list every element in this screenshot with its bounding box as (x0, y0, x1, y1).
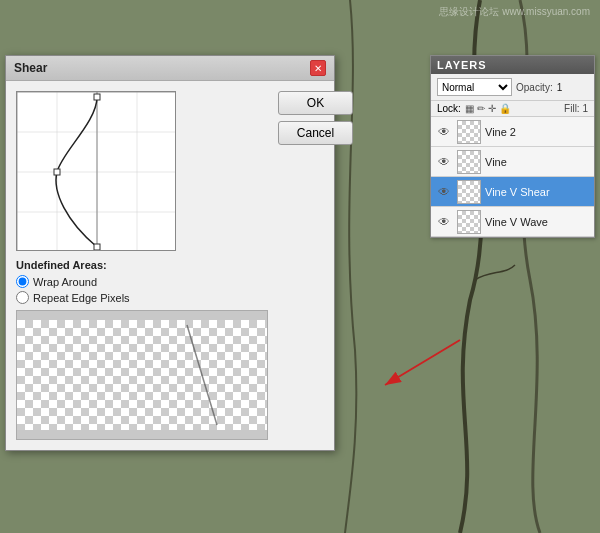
repeat-edge-label: Repeat Edge Pixels (33, 292, 130, 304)
layer-name-2: Vine V Shear (485, 186, 550, 198)
layer-name-1: Vine (485, 156, 507, 168)
layer-thumb-3 (457, 210, 481, 234)
fill-label: Fill: 1 (564, 103, 588, 114)
radio-group: Wrap Around Repeat Edge Pixels (16, 275, 268, 304)
svg-line-4 (385, 340, 460, 385)
layer-eye-2[interactable]: 👁 (435, 183, 453, 201)
undefined-areas: Undefined Areas: Wrap Around Repeat Edge… (16, 259, 268, 304)
lock-row: Lock: ▦ ✏ ✛ 🔒 Fill: 1 (431, 101, 594, 117)
layer-thumb-0 (457, 120, 481, 144)
shear-grid-svg (17, 92, 176, 251)
lock-move-icon[interactable]: ✛ (488, 103, 496, 114)
layer-thumb-1 (457, 150, 481, 174)
repeat-edge-radio[interactable] (16, 291, 29, 304)
layers-options: Normal Multiply Screen Opacity: 1 (431, 74, 594, 101)
close-button[interactable]: ✕ (310, 60, 326, 76)
wrap-around-radio[interactable] (16, 275, 29, 288)
lock-transparency-icon[interactable]: ▦ (465, 103, 474, 114)
svg-rect-16 (94, 244, 100, 250)
right-panel: OK Cancel (278, 91, 358, 440)
layer-eye-0[interactable]: 👁 (435, 123, 453, 141)
layer-item-3[interactable]: 👁 Vine V Wave (431, 207, 594, 237)
layer-name-0: Vine 2 (485, 126, 516, 138)
layers-title: LAYERS (437, 59, 487, 71)
lock-all-icon[interactable]: 🔒 (499, 103, 511, 114)
layers-list: 👁 Vine 2 👁 Vine 👁 Vine V Shear 👁 Vine V … (431, 117, 594, 237)
lock-label: Lock: (437, 103, 461, 114)
dialog-titlebar: Shear ✕ (6, 56, 334, 81)
layer-item-1[interactable]: 👁 Vine (431, 147, 594, 177)
opacity-label: Opacity: (516, 82, 553, 93)
shear-dialog: Shear ✕ (5, 55, 335, 451)
repeat-edge-option[interactable]: Repeat Edge Pixels (16, 291, 268, 304)
lock-icons: ▦ ✏ ✛ 🔒 (465, 103, 511, 114)
layers-panel: LAYERS Normal Multiply Screen Opacity: 1… (430, 55, 595, 238)
layer-item-0[interactable]: 👁 Vine 2 (431, 117, 594, 147)
watermark: 思缘设计论坛 www.missyuan.com (439, 5, 590, 19)
layer-item-2[interactable]: 👁 Vine V Shear (431, 177, 594, 207)
opacity-value: 1 (557, 82, 563, 93)
undefined-areas-label: Undefined Areas: (16, 259, 268, 271)
left-panel: Undefined Areas: Wrap Around Repeat Edge… (16, 91, 268, 440)
ok-button[interactable]: OK (278, 91, 353, 115)
preview-area (16, 310, 268, 440)
dialog-title: Shear (14, 61, 47, 75)
wrap-around-label: Wrap Around (33, 276, 97, 288)
svg-rect-15 (54, 169, 60, 175)
dialog-body: Undefined Areas: Wrap Around Repeat Edge… (6, 81, 334, 450)
preview-svg (17, 320, 267, 430)
preview-inner (17, 320, 267, 430)
svg-rect-14 (94, 94, 100, 100)
cancel-button[interactable]: Cancel (278, 121, 353, 145)
layers-titlebar: LAYERS (431, 56, 594, 74)
shear-grid[interactable] (16, 91, 176, 251)
layer-eye-1[interactable]: 👁 (435, 153, 453, 171)
layer-eye-3[interactable]: 👁 (435, 213, 453, 231)
layer-name-3: Vine V Wave (485, 216, 548, 228)
lock-paint-icon[interactable]: ✏ (477, 103, 485, 114)
wrap-around-option[interactable]: Wrap Around (16, 275, 268, 288)
layer-thumb-2 (457, 180, 481, 204)
svg-line-17 (187, 325, 217, 425)
blend-mode-select[interactable]: Normal Multiply Screen (437, 78, 512, 96)
